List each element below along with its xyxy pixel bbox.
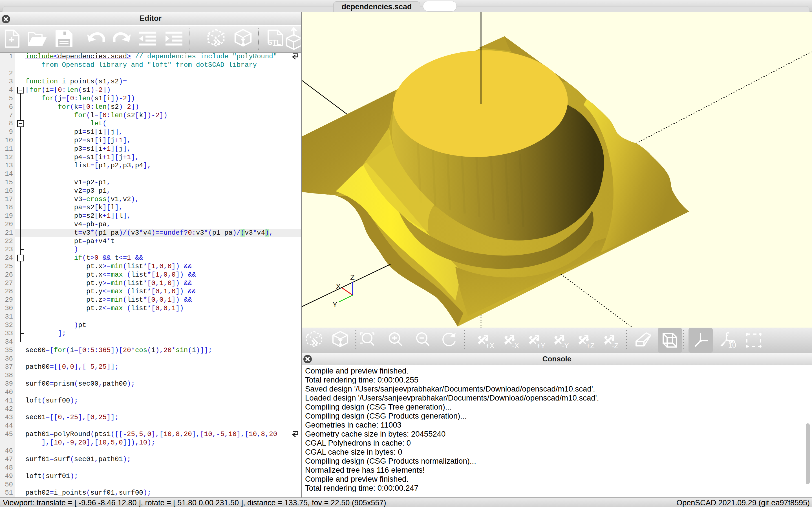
svg-text:+Z: +Z <box>586 342 595 349</box>
svg-text:10: 10 <box>728 341 736 349</box>
svg-text:-Z: -Z <box>612 342 619 349</box>
svg-text:STL: STL <box>267 38 281 46</box>
svg-text:-X: -X <box>512 342 519 349</box>
svg-text:+X: +X <box>486 342 495 349</box>
svg-text:Y: Y <box>333 300 337 309</box>
svg-text:Z: Z <box>350 273 355 282</box>
svg-text:X: X <box>336 282 341 291</box>
svg-text:-Y: -Y <box>562 342 569 349</box>
svg-text:+Y: +Y <box>537 342 546 349</box>
